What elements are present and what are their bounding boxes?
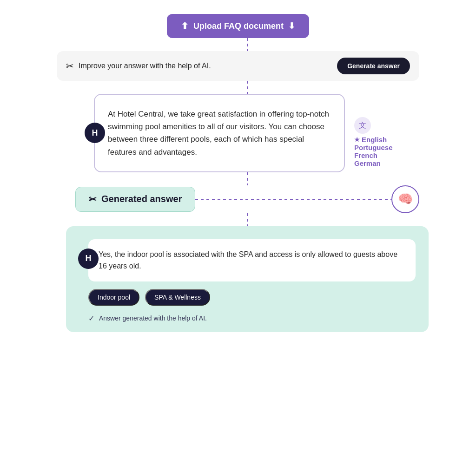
dashed-connector	[195, 199, 391, 200]
language-panel: 文 English Portuguese French German	[345, 94, 419, 167]
answer-bubble: H Yes, the indoor pool is associated wit…	[88, 239, 416, 281]
magic-icon: ✂	[66, 60, 74, 72]
ai-footer: ✓ Answer generated with the help of AI.	[88, 314, 416, 323]
ai-banner-text: Improve your answer with the help of AI.	[79, 62, 211, 70]
upload-icon: ⬆	[181, 20, 189, 32]
content-section: H At Hotel Central, we take great satisf…	[57, 94, 419, 172]
answer-card: H Yes, the indoor pool is associated wit…	[66, 226, 429, 332]
tag-spa-wellness[interactable]: SPA & Wellness	[145, 289, 210, 306]
check-icon: ✓	[88, 314, 94, 323]
upload-faq-button[interactable]: ⬆ Upload FAQ document ⬇	[167, 14, 309, 38]
connector-line-4	[247, 213, 248, 226]
content-card-col: H At Hotel Central, we take great satisf…	[57, 94, 345, 172]
brain-icon: 🧠	[391, 185, 419, 213]
avatar-h-1: H	[85, 123, 105, 143]
download-icon: ⬇	[288, 21, 295, 31]
language-english[interactable]: English	[354, 136, 419, 144]
tag-indoor-pool[interactable]: Indoor pool	[88, 289, 139, 306]
connector-line-2	[247, 81, 248, 94]
generated-answer-row: ✂ Generated answer 🧠	[57, 185, 419, 213]
language-french[interactable]: French	[354, 151, 419, 159]
ai-banner: ✂ Improve your answer with the help of A…	[57, 51, 419, 81]
ai-footer-text: Answer generated with the help of AI.	[99, 314, 207, 322]
translate-icon: 文	[354, 117, 371, 134]
language-portuguese[interactable]: Portuguese	[354, 144, 419, 151]
main-container: ⬆ Upload FAQ document ⬇ ✂ Improve your a…	[57, 14, 419, 332]
ai-banner-content: ✂ Improve your answer with the help of A…	[66, 60, 211, 72]
connector-line-3	[247, 172, 248, 185]
answer-text: Yes, the indoor pool is associated with …	[99, 249, 405, 272]
translate-icon-row: 文	[354, 117, 419, 134]
connector-line-1	[247, 38, 248, 51]
content-card: H At Hotel Central, we take great satisf…	[94, 94, 345, 172]
avatar-h-2: H	[78, 249, 99, 269]
upload-button-label: Upload FAQ document	[193, 21, 284, 31]
gen-magic-icon: ✂	[89, 194, 97, 205]
content-card-text: At Hotel Central, we take great satisfac…	[108, 108, 331, 158]
tags-row: Indoor pool SPA & Wellness	[88, 289, 416, 306]
generated-answer-label: ✂ Generated answer	[75, 187, 195, 212]
generated-answer-text: Generated answer	[101, 194, 182, 204]
brain-connector: 🧠	[195, 185, 419, 213]
generate-answer-button[interactable]: Generate answer	[337, 58, 410, 74]
language-german[interactable]: German	[354, 159, 419, 167]
